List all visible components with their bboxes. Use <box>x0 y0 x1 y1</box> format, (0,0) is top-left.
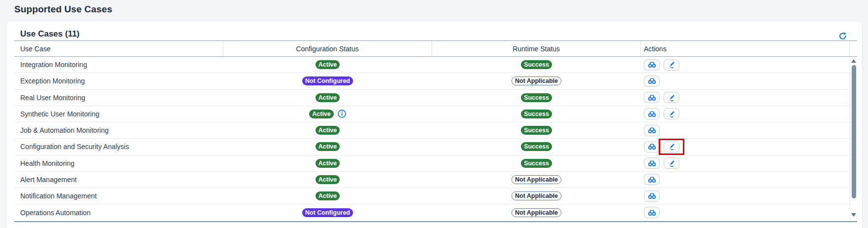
view-button[interactable] <box>644 59 660 71</box>
card-header: Use Cases (11) <box>14 21 857 41</box>
runtime-status-badge: Success <box>521 126 552 135</box>
view-button[interactable] <box>644 207 660 218</box>
view-button[interactable] <box>644 157 660 169</box>
configuration-status-cell: Not Configured <box>223 73 432 89</box>
runtime-status-badge: Success <box>521 60 552 69</box>
scrollbar-down-arrow-icon[interactable] <box>851 213 856 217</box>
use-case-name: Exception Monitoring <box>14 73 223 89</box>
edit-icon <box>668 94 675 102</box>
highlight-box <box>659 139 684 155</box>
configuration-status-badge: Active <box>309 110 334 118</box>
use-case-name: Health Monitoring <box>14 155 223 172</box>
configuration-status-cell: Active <box>223 57 432 73</box>
table-row: Alert ManagementActiveNot Applicable <box>14 172 857 188</box>
runtime-status-badge: Not Applicable <box>512 208 561 217</box>
configuration-status-cell: Active <box>223 172 432 188</box>
configuration-status-cell: Active <box>223 188 432 204</box>
edit-button[interactable] <box>664 59 679 71</box>
table-row: Health MonitoringActiveSuccess <box>14 155 857 172</box>
runtime-status-cell: Success <box>432 57 641 73</box>
configuration-status-badge: Not Configured <box>302 208 353 217</box>
runtime-status-cell: Success <box>432 155 641 172</box>
view-button[interactable] <box>644 92 660 103</box>
actions-cell <box>641 106 850 122</box>
info-icon[interactable] <box>338 110 346 118</box>
use-case-name: Real User Monitoring <box>14 90 223 106</box>
glasses-icon <box>648 143 656 151</box>
configuration-status-cell: Active <box>223 122 432 139</box>
actions-cell <box>641 73 850 89</box>
configuration-status-cell: Not Configured <box>223 204 432 221</box>
view-button[interactable] <box>644 141 660 152</box>
use-case-name: Job & Automation Monitoring <box>14 122 223 139</box>
runtime-status-badge: Success <box>521 159 552 168</box>
use-cases-card: Use Cases (11) Use Case Configuration St… <box>6 21 862 228</box>
glasses-icon <box>648 192 656 200</box>
actions-cell <box>641 139 850 155</box>
view-button[interactable] <box>644 190 660 202</box>
table-header-row: Use Case Configuration Status Runtime St… <box>14 41 857 57</box>
runtime-status-cell: Success <box>432 106 641 122</box>
runtime-status-cell: Success <box>432 122 641 139</box>
runtime-status-cell: Not Applicable <box>432 188 641 204</box>
table-row: Operations AutomationNot ConfiguredNot A… <box>14 204 857 221</box>
configuration-status-cell: Active <box>223 155 432 172</box>
table-row: Configuration and Security AnalysisActiv… <box>14 139 857 155</box>
table-body: Integration MonitoringActiveSuccessExcep… <box>14 57 857 222</box>
glasses-icon <box>648 77 656 85</box>
edit-icon <box>668 143 675 151</box>
column-header-scrollbar-spacer <box>850 41 857 56</box>
runtime-status-badge: Not Applicable <box>512 175 561 184</box>
table-row: Integration MonitoringActiveSuccess <box>14 57 857 73</box>
view-button[interactable] <box>644 125 660 136</box>
use-case-name: Notification Management <box>14 188 223 204</box>
glasses-icon <box>648 126 656 134</box>
glasses-icon <box>648 176 656 184</box>
scrollbar-thumb[interactable] <box>852 65 856 198</box>
configuration-status-badge: Active <box>316 191 340 200</box>
scrollbar-up-arrow-icon[interactable] <box>851 59 856 63</box>
use-case-name: Synthetic User Monitoring <box>14 106 223 122</box>
actions-cell <box>641 155 850 172</box>
configuration-status-badge: Active <box>316 142 340 151</box>
glasses-icon <box>648 159 656 167</box>
edit-icon <box>668 159 675 167</box>
runtime-status-badge: Not Applicable <box>512 76 561 85</box>
configuration-status-badge: Active <box>316 175 340 184</box>
column-header-use-case: Use Case <box>14 41 223 56</box>
edit-button[interactable] <box>664 108 679 119</box>
runtime-status-cell: Not Applicable <box>432 172 641 188</box>
edit-button[interactable] <box>664 141 679 152</box>
glasses-icon <box>648 209 656 217</box>
edit-icon <box>668 61 675 69</box>
configuration-status-badge: Active <box>316 159 340 168</box>
runtime-status-badge: Success <box>521 110 552 118</box>
table-row: Real User MonitoringActiveSuccess <box>14 90 857 106</box>
edit-button[interactable] <box>664 92 679 103</box>
configuration-status-cell: Active <box>223 139 432 155</box>
column-header-configuration-status: Configuration Status <box>223 41 432 56</box>
use-cases-table: Use Case Configuration Status Runtime St… <box>14 41 857 222</box>
view-button[interactable] <box>644 108 660 119</box>
glasses-icon <box>648 94 656 102</box>
page-title: Supported Use Cases <box>14 4 112 15</box>
runtime-status-cell: Success <box>432 139 641 155</box>
configuration-status-cell: Active <box>223 90 432 106</box>
use-case-name: Integration Monitoring <box>14 57 223 73</box>
runtime-status-cell: Success <box>432 90 641 106</box>
runtime-status-badge: Not Applicable <box>512 191 561 200</box>
edit-button[interactable] <box>664 157 679 169</box>
table-row: Notification ManagementActiveNot Applica… <box>14 188 857 204</box>
use-case-name: Configuration and Security Analysis <box>14 139 223 155</box>
runtime-status-cell: Not Applicable <box>432 73 641 89</box>
actions-cell <box>641 188 850 204</box>
view-button[interactable] <box>644 76 660 87</box>
runtime-status-badge: Success <box>521 93 552 102</box>
view-button[interactable] <box>644 174 660 185</box>
configuration-status-cell: Active <box>223 106 432 122</box>
column-header-actions: Actions <box>641 41 850 56</box>
runtime-status-cell: Not Applicable <box>432 204 641 221</box>
configuration-status-badge: Active <box>316 60 340 69</box>
table-row: Job & Automation MonitoringActiveSuccess <box>14 122 857 139</box>
glasses-icon <box>648 61 656 69</box>
